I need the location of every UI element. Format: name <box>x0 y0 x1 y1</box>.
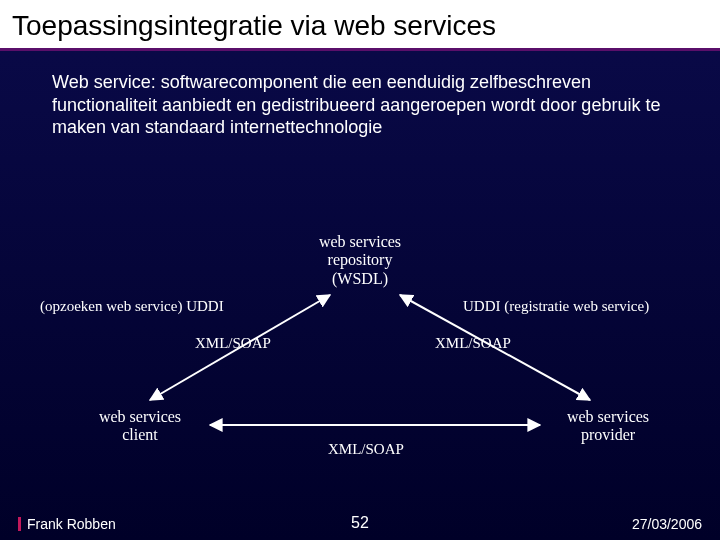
node-provider-label: web servicesprovider <box>567 408 649 443</box>
node-provider: web servicesprovider <box>548 408 668 445</box>
page-title: Toepassingsintegratie via web services <box>12 10 708 42</box>
intro-text: Web service: softwarecomponent die een e… <box>0 51 720 139</box>
node-client: web servicesclient <box>80 408 200 445</box>
edge-label-uddi-left: (opzoeken web service) UDDI <box>40 298 224 315</box>
node-repository: web servicesrepository(WSDL) <box>300 233 420 288</box>
slide-footer: Frank Robben 52 27/03/2006 <box>0 508 720 540</box>
edge-label-uddi-right: UDDI (registratie web service) <box>463 298 649 315</box>
node-client-label: web servicesclient <box>99 408 181 443</box>
footer-author: Frank Robben <box>18 516 116 532</box>
diagram: web servicesrepository(WSDL) web service… <box>0 195 720 485</box>
footer-date: 27/03/2006 <box>632 516 702 532</box>
node-repository-label: web servicesrepository(WSDL) <box>319 233 401 287</box>
edge-label-xml-right: XML/SOAP <box>435 335 511 352</box>
slide-header: Toepassingsintegratie via web services <box>0 0 720 51</box>
edge-label-xml-left: XML/SOAP <box>195 335 271 352</box>
edge-label-xml-bottom: XML/SOAP <box>328 441 404 458</box>
footer-page: 52 <box>351 514 369 532</box>
